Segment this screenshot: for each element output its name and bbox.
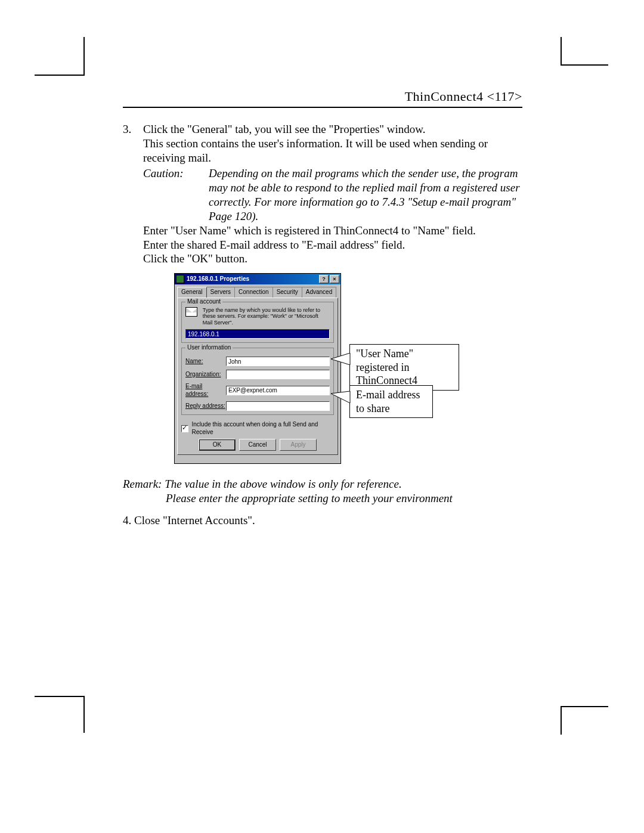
svg-marker-1 [331,391,350,403]
step-text: Enter "User Name" which is registered in… [143,224,522,238]
crop-mark [561,706,608,707]
dialog-button-row: OK Cancel Apply [178,439,338,451]
organization-input[interactable] [226,370,330,379]
close-button[interactable]: × [330,275,339,283]
step-number: 3. [123,122,143,464]
name-input[interactable] [226,357,330,366]
callout-leader [331,353,355,374]
step-text: Click the "General" tab, you will see th… [143,122,522,137]
page-header: ThinConnect4 <117> [123,89,522,107]
include-account-row: Include this account when doing a full S… [181,421,334,436]
crop-mark [561,37,562,66]
user-info-group: User information Name: Organization: [181,348,334,415]
crop-mark [35,75,85,76]
email-label: E-mail address: [185,383,226,398]
envelope-icon [185,307,197,317]
tab-connection[interactable]: Connection [234,287,273,298]
tab-advanced[interactable]: Advanced [302,287,336,298]
group-legend: User information [185,344,233,352]
callout-leader [331,391,355,413]
crop-mark [35,696,85,697]
callout-text: E-mail address [356,388,426,402]
product-name: ThinConnect4 [405,89,484,104]
tab-security[interactable]: Security [273,287,302,298]
cancel-button[interactable]: Cancel [239,439,276,451]
mail-account-hint: Type the name by which you would like to… [203,307,328,326]
tab-panel-general: Mail account Type the name by which you … [177,298,338,455]
caution-label: Caution: [143,166,209,224]
step-3: 3. Click the "General" tab, you will see… [123,122,522,464]
screenshot-container: 192.168.0.1 Properties ? × General Serve… [143,273,522,464]
crop-mark [83,696,85,733]
group-legend: Mail account [185,298,222,306]
organization-label: Organization: [185,371,226,379]
dialog-tabs: General Servers Connection Security Adva… [175,284,340,298]
dialog-titlebar: 192.168.0.1 Properties ? × [175,274,340,284]
properties-dialog: 192.168.0.1 Properties ? × General Serve… [174,273,341,464]
app-icon [176,275,184,283]
tab-servers[interactable]: Servers [206,287,235,298]
ok-button[interactable]: OK [199,439,236,451]
reply-input[interactable] [226,401,330,411]
step-text: This section contains the user's informa… [143,137,522,165]
mail-account-group: Mail account Type the name by which you … [181,302,334,343]
name-label: Name: [185,358,226,366]
callout-text: registered in ThinConnect4 [356,361,453,388]
caution-block: Caution: Depending on the mail programs … [143,166,522,224]
include-account-label: Include this account when doing a full S… [192,421,334,436]
crop-mark [561,64,608,66]
callout-text: "User Name" [356,347,453,361]
remark-line: Please enter the appropriate setting to … [123,491,522,506]
page-number: <117> [487,89,523,104]
step-text: Enter the shared E-mail address to "E-ma… [143,238,522,252]
reply-label: Reply address: [185,402,226,410]
remark-line: Remark: The value in the above window is… [123,477,522,491]
tab-general[interactable]: General [177,287,207,298]
header-rule [123,107,522,108]
remark-block: Remark: The value in the above window is… [123,477,522,506]
svg-marker-0 [331,353,350,365]
apply-button[interactable]: Apply [280,439,317,451]
mail-account-input[interactable] [185,329,330,339]
step-text: Click the "OK" button. [143,252,522,266]
email-input[interactable] [226,386,330,395]
dialog-title: 192.168.0.1 Properties [187,275,318,283]
callout-email: E-mail address to share [349,385,433,418]
callout-text: to share [356,402,426,416]
crop-mark [561,706,562,735]
step-4: 4. Close "Internet Accounts". [123,514,522,527]
help-button[interactable]: ? [319,275,329,283]
caution-text: Depending on the mail programs which the… [209,166,522,224]
callout-username: "User Name" registered in ThinConnect4 [349,344,459,391]
crop-mark [83,37,85,76]
include-account-checkbox[interactable] [181,425,188,432]
